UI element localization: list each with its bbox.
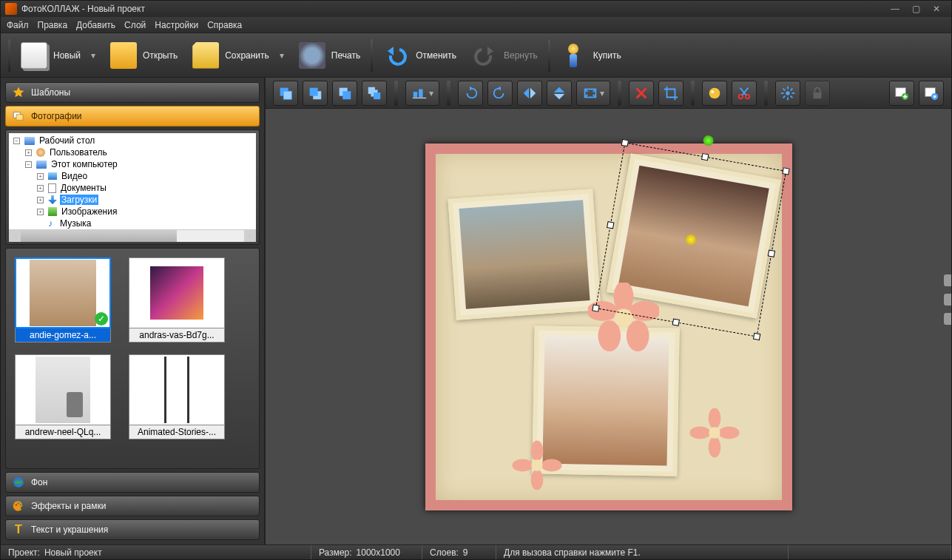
svg-point-23 [786, 91, 790, 95]
status-project-value: Новый проект [44, 547, 102, 558]
maximize-button[interactable]: ▢ [905, 3, 926, 15]
menu-help[interactable]: Справка [207, 20, 242, 30]
bring-front-button[interactable] [273, 81, 298, 106]
svg-point-46 [530, 469, 543, 490]
sidebar-templates-label: Шаблоны [31, 87, 70, 98]
print-label: Печать [331, 50, 360, 61]
svg-rect-9 [310, 87, 318, 95]
tree-item-computer[interactable]: −Этот компьютер [25, 158, 254, 170]
tree-item-video[interactable]: +Видео [37, 170, 254, 182]
resize-handle[interactable] [782, 167, 789, 175]
menu-edit[interactable]: Правка [38, 20, 68, 30]
thumbnail-image [164, 357, 189, 423]
edge-tab[interactable] [944, 313, 951, 325]
bring-forward-button[interactable] [303, 81, 328, 106]
open-button[interactable]: Открыть [103, 39, 185, 72]
sidebar-text[interactable]: T Текст и украшения [5, 519, 260, 540]
chevron-down-icon: ▾ [280, 50, 284, 61]
tree-scrollbar[interactable]: ◂ ▸ [9, 229, 256, 241]
flower-decoration[interactable] [588, 283, 659, 354]
thumbnail-item[interactable]: Animated-Stories-... [129, 354, 225, 439]
save-button[interactable]: Сохранить ▾ [185, 39, 291, 72]
tree-item-images[interactable]: +Изображения [37, 206, 254, 217]
rotation-handle[interactable] [702, 134, 714, 146]
scroll-thumb[interactable] [21, 230, 177, 242]
globe-icon [12, 476, 25, 489]
tree-item-desktop[interactable]: −Рабочий стол [13, 135, 254, 146]
sidebar-photos[interactable]: Фотографии [5, 106, 260, 126]
add-image-button[interactable] [889, 81, 914, 106]
resize-handle[interactable] [621, 138, 628, 146]
redo-button[interactable]: Вернуть [464, 39, 545, 72]
new-button[interactable]: Новый ▾ [13, 39, 103, 72]
sidebar-effects[interactable]: Эффекты и рамки [5, 496, 260, 516]
fit-button[interactable]: ▾ [576, 81, 610, 106]
thumbnail-item[interactable]: andras-vas-Bd7g... [129, 257, 225, 343]
flower-decoration[interactable] [511, 439, 563, 491]
svg-point-52 [689, 426, 710, 439]
menu-file[interactable]: Файл [7, 20, 29, 30]
close-button[interactable]: ✕ [926, 3, 947, 15]
lock-button[interactable] [805, 81, 830, 106]
buy-label: Купить [593, 50, 621, 61]
tree-item-user[interactable]: +Пользователь [25, 146, 254, 158]
text-icon: T [12, 523, 25, 536]
svg-point-45 [541, 459, 561, 471]
image-settings-button[interactable] [919, 81, 944, 106]
svg-rect-11 [342, 91, 351, 99]
svg-point-5 [20, 504, 21, 505]
thumbnail-caption: andie-gomez-a... [15, 328, 111, 343]
svg-point-40 [626, 320, 649, 351]
rotate-right-button[interactable] [487, 81, 513, 106]
open-label: Открыть [143, 50, 178, 61]
minimize-button[interactable]: — [885, 3, 905, 15]
folder-tree[interactable]: −Рабочий стол +Пользователь −Этот компью… [9, 133, 256, 229]
print-button[interactable]: Печать [291, 39, 368, 72]
cut-button[interactable] [732, 81, 757, 106]
flower-decoration[interactable] [689, 407, 740, 459]
scroll-left-icon[interactable]: ◂ [9, 230, 21, 242]
settings-button[interactable] [775, 81, 800, 106]
thumbnail-image [150, 266, 203, 320]
thumbnail-item[interactable]: andrew-neel-QLq... [15, 354, 111, 439]
status-layers-label: Слоев: [430, 547, 459, 558]
rotate-left-button[interactable] [458, 81, 483, 106]
svg-point-48 [531, 459, 542, 470]
send-back-button[interactable] [362, 81, 387, 106]
photo-frame-1[interactable] [448, 189, 601, 320]
buy-button[interactable]: Купить [553, 39, 629, 72]
app-window: ФотоКОЛЛАЖ - Новый проект — ▢ ✕ Файл Пра… [0, 0, 952, 560]
tree-item-music[interactable]: ♪Музыка [37, 217, 254, 229]
menu-settings[interactable]: Настройки [155, 20, 198, 30]
menubar: Файл Правка Добавить Слой Настройки Спра… [1, 17, 951, 33]
sidebar-templates[interactable]: Шаблоны [5, 82, 260, 103]
crop-button[interactable] [658, 81, 683, 106]
status-layers-value: 9 [463, 547, 468, 558]
menu-add[interactable]: Добавить [76, 20, 115, 30]
svg-point-41 [598, 320, 621, 351]
tree-item-downloads[interactable]: +Загрузки [37, 194, 254, 206]
delete-button[interactable] [629, 81, 654, 106]
workspace[interactable] [266, 109, 951, 544]
edge-tab[interactable] [944, 294, 951, 306]
sidebar-background[interactable]: Фон [5, 472, 260, 493]
thumbnail-caption: Animated-Stories-... [129, 425, 225, 439]
undo-button[interactable]: Отменить [376, 39, 464, 72]
collage-canvas[interactable] [425, 144, 792, 510]
tree-item-documents[interactable]: +Документы [37, 182, 254, 194]
thumbnail-item[interactable]: ✓ andie-gomez-a... [15, 257, 111, 343]
svg-point-44 [530, 440, 543, 461]
thumbnail-caption: andras-vas-Bd7g... [129, 328, 225, 343]
send-backward-button[interactable] [332, 81, 357, 106]
color-button[interactable] [702, 81, 727, 106]
menu-layer[interactable]: Слой [124, 20, 146, 30]
align-button[interactable]: ▾ [405, 81, 439, 106]
flip-horizontal-button[interactable] [517, 81, 542, 106]
edge-tab[interactable] [944, 274, 951, 286]
sidebar-background-label: Фон [31, 477, 47, 488]
flip-vertical-button[interactable] [547, 81, 572, 106]
svg-line-30 [783, 95, 786, 98]
scroll-right-icon[interactable]: ▸ [244, 230, 256, 242]
titlebar: ФотоКОЛЛАЖ - Новый проект — ▢ ✕ [1, 1, 951, 17]
checkmark-icon: ✓ [95, 312, 108, 325]
